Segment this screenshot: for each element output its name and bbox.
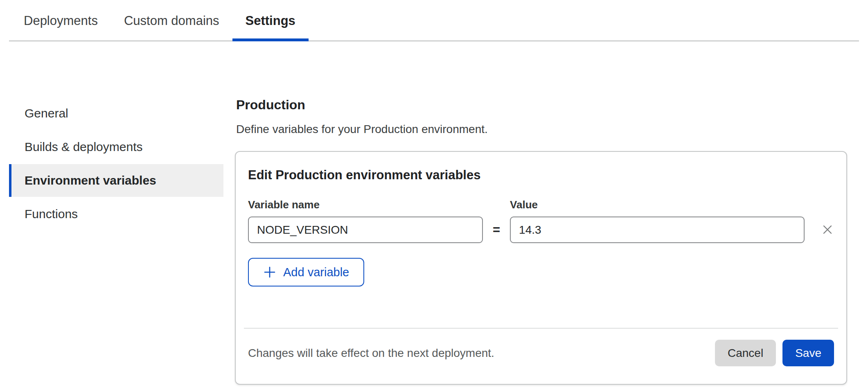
settings-content: Production Define variables for your Pro…	[235, 97, 847, 385]
variable-name-field-group: Variable name	[248, 199, 483, 243]
page-description: Define variables for your Production env…	[236, 122, 847, 136]
variable-name-input[interactable]	[248, 217, 483, 243]
sidebar-item-environment-variables[interactable]: Environment variables	[9, 164, 223, 197]
page-title: Production	[236, 97, 847, 113]
remove-variable-button[interactable]	[821, 223, 834, 236]
x-icon	[821, 223, 834, 236]
card-footer: Changes will take effect on the next dep…	[248, 340, 834, 366]
plus-icon	[263, 266, 276, 279]
settings-sidebar: General Builds & deployments Environment…	[9, 97, 223, 231]
variable-row: Variable name = Value	[248, 199, 834, 243]
tab-custom-domains[interactable]: Custom domains	[111, 0, 232, 41]
sidebar-item-functions[interactable]: Functions	[9, 198, 223, 230]
variable-name-label: Variable name	[248, 199, 483, 211]
sidebar-item-builds-deployments[interactable]: Builds & deployments	[9, 131, 223, 163]
value-label: Value	[510, 199, 805, 211]
project-tabbar: Deployments Custom domains Settings	[9, 0, 859, 41]
card-divider	[244, 328, 838, 329]
save-button[interactable]: Save	[782, 340, 834, 366]
sidebar-item-general[interactable]: General	[9, 97, 223, 130]
value-input[interactable]	[510, 217, 805, 243]
environment-variables-card: Edit Production environment variables Va…	[235, 151, 847, 385]
tab-deployments[interactable]: Deployments	[11, 0, 111, 41]
add-variable-label: Add variable	[283, 266, 349, 279]
tab-settings[interactable]: Settings	[232, 0, 309, 41]
equals-sign: =	[493, 223, 500, 243]
settings-layout: General Builds & deployments Environment…	[0, 97, 868, 385]
cancel-button[interactable]: Cancel	[715, 340, 776, 366]
footer-actions: Cancel Save	[715, 340, 834, 366]
add-variable-button[interactable]: Add variable	[248, 258, 364, 286]
card-title: Edit Production environment variables	[248, 167, 834, 183]
footer-note: Changes will take effect on the next dep…	[248, 347, 494, 360]
value-field-group: Value	[510, 199, 805, 243]
